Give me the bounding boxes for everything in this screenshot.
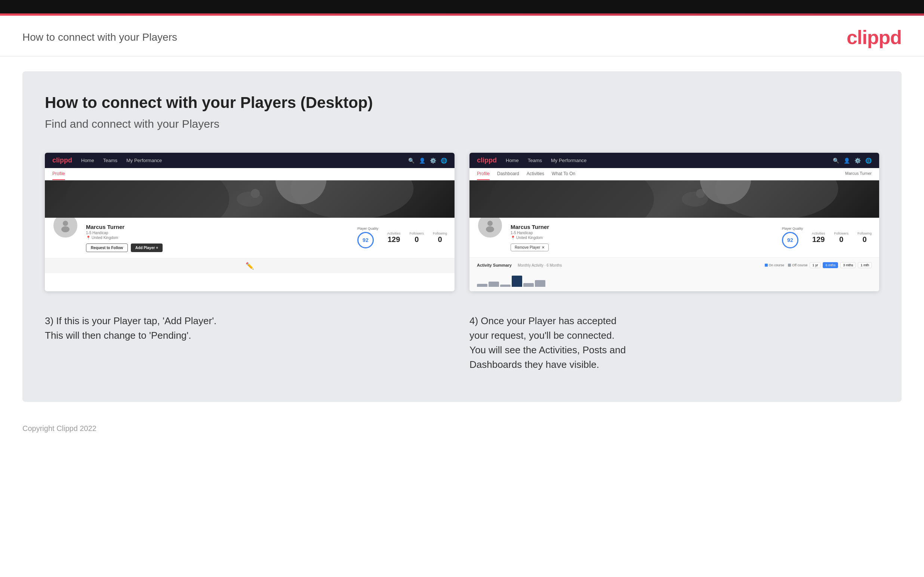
pencil-area: ✏️	[45, 258, 454, 273]
nav-home-2[interactable]: Home	[506, 158, 519, 163]
time-1mth-button[interactable]: 1 mth	[858, 262, 872, 268]
activities-stat-2: Activities 129	[812, 232, 825, 244]
mock-logo-2: clippd	[477, 156, 497, 164]
tab-activities-2[interactable]: Activities	[527, 168, 544, 180]
page-subheading: Find and connect with your Players	[45, 118, 879, 131]
globe-icon-1[interactable]: 🌐	[441, 158, 447, 164]
svg-point-3	[61, 226, 69, 232]
mock-nav-icons-1: 🔍 👤 ⚙️ 🌐	[408, 158, 447, 164]
followers-stat-1: Followers 0	[409, 232, 424, 244]
settings-icon-1[interactable]: ⚙️	[430, 158, 436, 164]
search-icon-1[interactable]: 🔍	[408, 158, 415, 164]
nav-home-1[interactable]: Home	[81, 158, 94, 163]
screenshots-row: clippd Home Teams My Performance 🔍 👤 ⚙️ …	[45, 153, 879, 291]
caption-block-1: 3) If this is your Player tap, 'Add Play…	[45, 314, 454, 372]
svg-point-7	[486, 226, 494, 232]
handicap-2: 1-5 Handicap	[510, 231, 774, 235]
mock-hero-2	[470, 181, 879, 218]
mock-tabs-1: Profile	[45, 168, 454, 181]
activities-stat-1: Activities 129	[387, 232, 401, 244]
close-icon: ✕	[542, 245, 544, 250]
tab-user-2: Marcus Turner	[845, 168, 872, 180]
bar-1	[477, 284, 488, 287]
activity-legend: On course Off course	[765, 263, 808, 267]
pin-icon-1: 📍	[86, 236, 90, 240]
globe-icon-2[interactable]: 🌐	[865, 158, 872, 164]
remove-player-area: Remove Player ✕	[510, 243, 774, 251]
mock-buttons-1: Request to Follow Add Player +	[86, 243, 350, 252]
mock-nav-1: clippd Home Teams My Performance 🔍 👤 ⚙️ …	[45, 153, 454, 168]
legend-on-course: On course	[765, 263, 785, 267]
quality-circle-2: 92	[782, 232, 798, 248]
activity-summary: Activity Summary Monthly Activity · 6 Mo…	[470, 257, 879, 291]
nav-teams-2[interactable]: Teams	[528, 158, 542, 163]
captions-row: 3) If this is your Player tap, 'Add Play…	[45, 314, 879, 372]
header-title: How to connect with your Players	[23, 31, 177, 44]
settings-icon-2[interactable]: ⚙️	[855, 158, 861, 164]
caption-1: 3) If this is your Player tap, 'Add Play…	[45, 314, 454, 343]
stats-area-1: Player Quality 92 Activities 129 Followe…	[357, 224, 447, 248]
pencil-icon: ✏️	[246, 262, 254, 270]
activity-controls: On course Off course 1 yr 6 mths 3 mths …	[765, 262, 872, 268]
top-bar	[0, 0, 924, 13]
user-icon-1[interactable]: 👤	[419, 158, 425, 164]
bar-5	[523, 283, 534, 287]
caption-block-2: 4) Once your Player has acceptedyour req…	[470, 314, 879, 372]
tab-profile-1[interactable]: Profile	[52, 168, 65, 180]
tab-whattoon-2[interactable]: What To On	[552, 168, 575, 180]
header: How to connect with your Players clippd	[0, 16, 924, 56]
svg-point-2	[63, 221, 68, 226]
mock-tabs-2: Profile Dashboard Activities What To On …	[470, 168, 879, 181]
activity-header: Activity Summary Monthly Activity · 6 Mo…	[477, 262, 872, 268]
tab-profile-2[interactable]: Profile	[477, 168, 489, 180]
legend-dot-off	[788, 264, 791, 267]
remove-player-button[interactable]: Remove Player ✕	[510, 243, 549, 251]
time-3mths-button[interactable]: 3 mths	[840, 262, 856, 268]
stats-area-2: Player Quality 92 Activities 129 Followe…	[782, 224, 872, 248]
copyright: Copyright Clippd 2022	[23, 424, 97, 432]
mock-profile-area-2: Marcus Turner 1-5 Handicap 📍 United King…	[470, 218, 879, 257]
add-player-button[interactable]: Add Player +	[131, 243, 163, 252]
bar-3	[500, 285, 510, 287]
legend-dot-on	[765, 264, 768, 267]
quality-stat-2: Player Quality 92	[782, 227, 803, 248]
following-stat-2: Following 0	[858, 232, 872, 244]
profile-info-1: Marcus Turner 1-5 Handicap 📍 United King…	[86, 224, 350, 252]
svg-point-6	[488, 221, 493, 226]
tab-dashboard-2[interactable]: Dashboard	[497, 168, 519, 180]
mock-nav-icons-2: 🔍 👤 ⚙️ 🌐	[833, 158, 872, 164]
location-1: 📍 United Kingdom	[86, 236, 350, 240]
followers-stat-2: Followers 0	[834, 232, 848, 244]
nav-performance-1[interactable]: My Performance	[126, 158, 162, 163]
time-6mths-button[interactable]: 6 mths	[823, 262, 838, 268]
svg-point-1	[251, 189, 260, 198]
activity-subtitle: Monthly Activity · 6 Months	[518, 263, 562, 268]
mock-hero-1	[45, 181, 454, 218]
player-name-1: Marcus Turner	[86, 224, 350, 230]
user-icon-2[interactable]: 👤	[844, 158, 850, 164]
main-content: How to connect with your Players (Deskto…	[23, 71, 901, 402]
following-stat-1: Following 0	[433, 232, 447, 244]
screenshot-1: clippd Home Teams My Performance 🔍 👤 ⚙️ …	[45, 153, 454, 291]
quality-circle-1: 92	[357, 232, 374, 248]
request-follow-button[interactable]: Request to Follow	[86, 243, 128, 252]
bar-2	[489, 282, 499, 287]
activity-title: Activity Summary	[477, 263, 512, 268]
mock-profile-area-1: Marcus Turner 1-5 Handicap 📍 United King…	[45, 218, 454, 258]
time-1yr-button[interactable]: 1 yr	[809, 262, 821, 268]
mock-nav-2: clippd Home Teams My Performance 🔍 👤 ⚙️ …	[470, 153, 879, 168]
svg-point-5	[696, 189, 705, 198]
page-heading: How to connect with your Players (Deskto…	[45, 94, 879, 112]
search-icon-2[interactable]: 🔍	[833, 158, 839, 164]
player-name-2: Marcus Turner	[510, 224, 774, 230]
pin-icon-2: 📍	[510, 236, 515, 240]
nav-teams-1[interactable]: Teams	[103, 158, 117, 163]
footer: Copyright Clippd 2022	[0, 417, 924, 440]
caption-2: 4) Once your Player has acceptedyour req…	[470, 314, 879, 372]
nav-performance-2[interactable]: My Performance	[551, 158, 586, 163]
bar-6	[535, 280, 545, 287]
bar-4	[512, 276, 522, 287]
legend-off-course: Off course	[788, 263, 808, 267]
mock-logo-1: clippd	[52, 156, 72, 164]
location-2: 📍 United Kingdom	[510, 236, 774, 240]
